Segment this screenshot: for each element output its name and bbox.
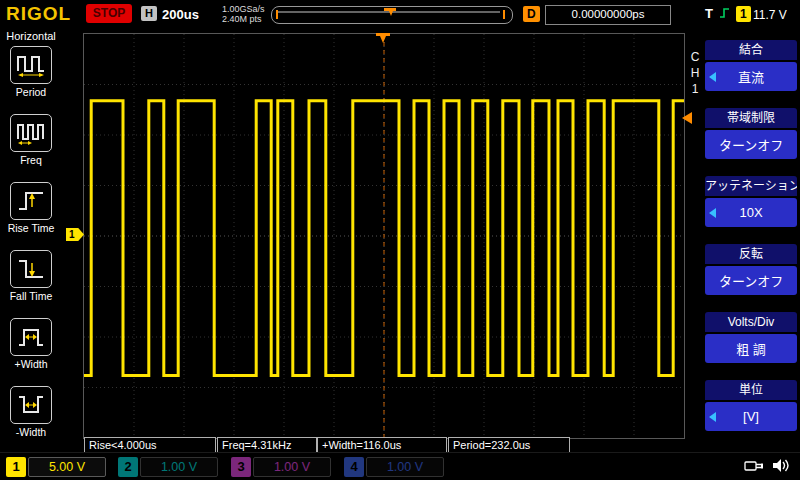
sidebar-item-fall-time[interactable]: Fall Time (0, 250, 62, 314)
channel2-status[interactable]: 2 1.00 V (118, 457, 218, 477)
menu-title: 反転 (705, 244, 797, 264)
measurement-period: Period=232.0us (448, 437, 570, 453)
channel4-scale: 1.00 V (366, 457, 444, 477)
sidebar-item-label: -Width (0, 426, 62, 438)
menu-value-label: 粗 調 (719, 339, 783, 358)
sidebar-item-period[interactable]: Period (0, 46, 62, 110)
sidebar-item-label: Fall Time (0, 290, 62, 302)
period-icon (10, 46, 52, 84)
sidebar-item-label: Rise Time (0, 222, 62, 234)
freq-icon (10, 114, 52, 152)
sample-rate: 1.00GSa/s (222, 4, 265, 14)
channel-menu-panel: CH1 結合 直流 帯域制限 ターンオフ アッテネーション 10X (686, 28, 800, 452)
bandwidth-limit-button[interactable]: ターンオフ (705, 130, 797, 159)
scope-display: 1 Rise<4.000us Freq=4.31kHz +Width=116.0… (62, 28, 686, 455)
menu-item-invert: 反転 ターンオフ (705, 244, 797, 295)
timebase-readout[interactable]: 200us (162, 7, 199, 22)
trigger-edge-icon (719, 7, 731, 22)
measurement-freq: Freq=4.31kHz (217, 437, 317, 453)
horizontal-badge: H (141, 6, 157, 21)
menu-title: アッテネーション (705, 176, 797, 196)
channel3-number: 3 (231, 457, 251, 477)
menu-item-unit: 単位 [V] (705, 380, 797, 431)
waveform-plot (84, 34, 684, 438)
trigger-label: T (705, 6, 713, 21)
menu-title: 単位 (705, 380, 797, 400)
minus-width-icon (10, 386, 52, 424)
delay-badge: D (523, 6, 540, 22)
channel4-status[interactable]: 4 1.00 V (344, 457, 444, 477)
plus-width-icon (10, 318, 52, 356)
acquisition-readout: 1.00GSa/s 2.40M pts (222, 4, 265, 24)
top-status-bar: RIGOL STOP H 200us 1.00GSa/s 2.40M pts D… (0, 0, 800, 28)
sidebar-item-plus-width[interactable]: +Width (0, 318, 62, 382)
channel-status-bar: 1 5.00 V 2 1.00 V 3 1.00 V 4 1.00 V (0, 452, 800, 480)
menu-item-bandwidth-limit: 帯域制限 ターンオフ (705, 108, 797, 159)
sidebar-item-label: Period (0, 86, 62, 98)
channel1-scale: 5.00 V (28, 457, 106, 477)
coupling-button[interactable]: 直流 (705, 62, 797, 91)
channel2-scale: 1.00 V (140, 457, 218, 477)
channel1-status[interactable]: 1 5.00 V (6, 457, 106, 477)
unit-button[interactable]: [V] (705, 402, 797, 431)
waveform-preview-strip[interactable] (271, 6, 513, 24)
sidebar-item-label: Freq (0, 154, 62, 166)
preview-waveform-icon (274, 8, 508, 21)
speaker-icon (772, 457, 790, 478)
fall-time-icon (10, 250, 52, 288)
graticule (83, 33, 685, 439)
measurement-pwidth: +Width=116.0us (317, 437, 447, 453)
sidebar-item-freq[interactable]: Freq (0, 114, 62, 178)
volts-div-button[interactable]: 粗 調 (705, 334, 797, 363)
menu-title: 結合 (705, 40, 797, 60)
channel3-status[interactable]: 3 1.00 V (231, 457, 331, 477)
menu-value-label: 10X (719, 205, 783, 220)
menu-title: Volts/Div (705, 312, 797, 332)
menu-item-attenuation: アッテネーション 10X (705, 176, 797, 227)
horizontal-measure-sidebar: Horizontal Period Freq Rise Time Fall Ti… (0, 28, 62, 452)
channel2-number: 2 (118, 457, 138, 477)
usb-icon (744, 458, 764, 477)
menu-title: 帯域制限 (705, 108, 797, 128)
measurement-rise: Rise<4.000us (84, 437, 216, 453)
trigger-position-marker[interactable] (376, 33, 390, 47)
trigger-source-badge: 1 (736, 6, 751, 22)
run-state-badge: STOP (86, 4, 132, 23)
attenuation-button[interactable]: 10X (705, 198, 797, 227)
rise-time-icon (10, 182, 52, 220)
invert-button[interactable]: ターンオフ (705, 266, 797, 295)
select-arrow-icon (709, 412, 716, 422)
rigol-logo: RIGOL (6, 3, 71, 25)
menu-item-volts-div: Volts/Div 粗 調 (705, 312, 797, 363)
channel1-number: 1 (6, 457, 26, 477)
channel3-scale: 1.00 V (253, 457, 331, 477)
sidebar-item-label: +Width (0, 358, 62, 370)
channel1-ground-marker[interactable]: 1 (66, 228, 84, 241)
menu-value-label: ターンオフ (719, 271, 783, 290)
sidebar-item-rise-time[interactable]: Rise Time (0, 182, 62, 246)
menu-value-label: 直流 (719, 67, 783, 86)
memory-depth: 2.40M pts (222, 14, 265, 24)
sidebar-title: Horizontal (0, 30, 62, 42)
select-arrow-icon (709, 208, 716, 218)
menu-item-coupling: 結合 直流 (705, 40, 797, 91)
trigger-level-readout[interactable]: 11.7 V (753, 8, 787, 22)
sidebar-item-minus-width[interactable]: -Width (0, 386, 62, 450)
menu-channel-label: CH1 (688, 50, 702, 98)
menu-value-label: [V] (719, 409, 783, 424)
delay-readout[interactable]: 0.00000000ps (545, 5, 671, 25)
select-arrow-icon (709, 72, 716, 82)
channel4-number: 4 (344, 457, 364, 477)
menu-value-label: ターンオフ (719, 135, 783, 154)
